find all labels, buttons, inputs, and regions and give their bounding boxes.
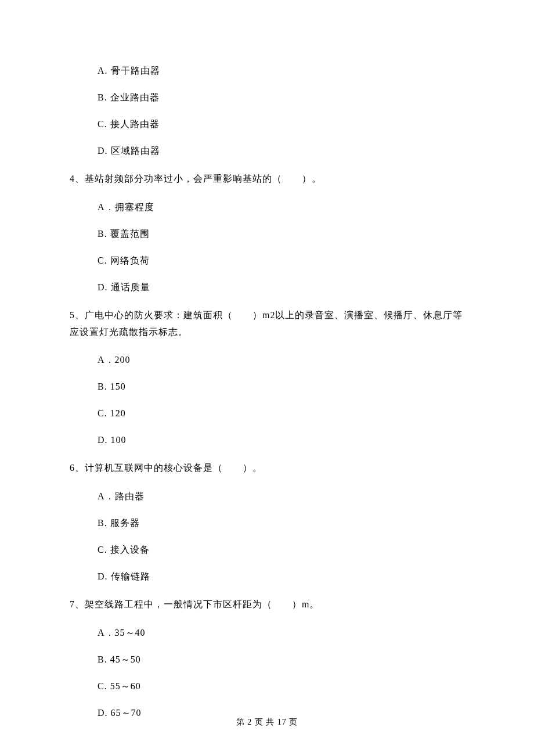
option-c: C. 55～60 — [70, 679, 464, 693]
option-c: C. 网络负荷 — [70, 254, 464, 268]
page-footer: 第 2 页 共 17 页 — [0, 716, 534, 728]
option-d: D. 传输链路 — [70, 570, 464, 584]
option-d: D. 区域路由器 — [70, 144, 464, 158]
question-3-options: A. 骨干路由器 B. 企业路由器 C. 接人路由器 D. 区域路由器 — [70, 64, 464, 158]
option-a: A．路由器 — [70, 489, 464, 503]
option-d: D. 100 — [70, 433, 464, 447]
question-6-text: 6、计算机互联网中的核心设备是（ ）。 — [70, 460, 464, 477]
question-4-options: A．拥塞程度 B. 覆盖范围 C. 网络负荷 D. 通话质量 — [70, 200, 464, 294]
option-c: C. 接入设备 — [70, 543, 464, 557]
option-b: B. 企业路由器 — [70, 91, 464, 105]
option-b: B. 150 — [70, 380, 464, 394]
question-7-text: 7、架空线路工程中，一般情况下市区杆距为（ ）m。 — [70, 596, 464, 613]
option-a: A．200 — [70, 353, 464, 367]
option-b: B. 45～50 — [70, 653, 464, 667]
question-5-options: A．200 B. 150 C. 120 D. 100 — [70, 353, 464, 447]
page-content: A. 骨干路由器 B. 企业路由器 C. 接人路由器 D. 区域路由器 4、基站… — [0, 0, 534, 720]
question-4-text: 4、基站射频部分功率过小，会严重影响基站的（ ）。 — [70, 171, 464, 188]
question-6-options: A．路由器 B. 服务器 C. 接入设备 D. 传输链路 — [70, 489, 464, 584]
option-b: B. 覆盖范围 — [70, 227, 464, 241]
option-a: A．35～40 — [70, 626, 464, 640]
option-d: D. 通话质量 — [70, 280, 464, 294]
option-a: A. 骨干路由器 — [70, 64, 464, 78]
question-7-options: A．35～40 B. 45～50 C. 55～60 D. 65～70 — [70, 626, 464, 720]
option-c: C. 接人路由器 — [70, 117, 464, 131]
option-a: A．拥塞程度 — [70, 200, 464, 214]
question-5-text: 5、广电中心的防火要求：建筑面积（ ）m2以上的录音室、演播室、候播厅、休息厅等… — [70, 307, 464, 341]
option-c: C. 120 — [70, 406, 464, 420]
option-b: B. 服务器 — [70, 516, 464, 530]
